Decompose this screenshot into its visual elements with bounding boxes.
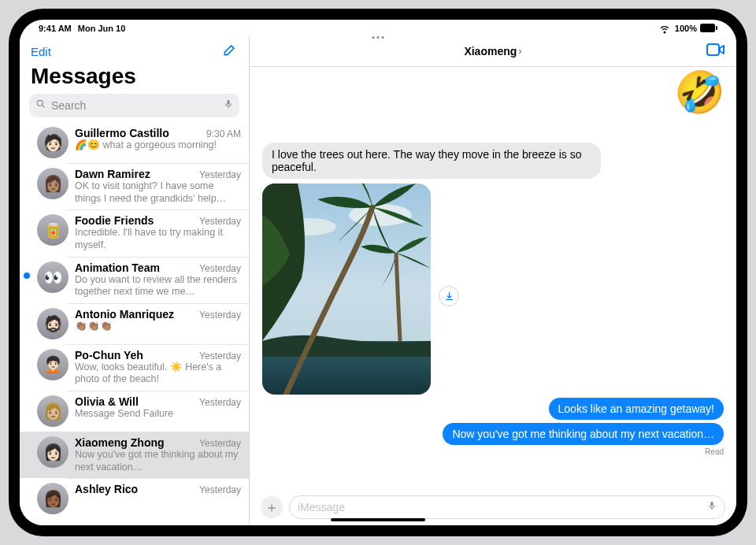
conversation-time: Yesterday	[199, 397, 241, 408]
detail-header: Xiaomeng ›	[250, 35, 736, 67]
svg-rect-5	[707, 44, 719, 55]
incoming-message[interactable]: I love the trees out here. The way they …	[262, 143, 601, 179]
battery-icon	[700, 24, 717, 34]
conversation-row[interactable]: 🥫Foodie FriendsYesterdayIncredible. I'll…	[20, 209, 249, 256]
home-indicator[interactable]	[331, 518, 425, 521]
conversation-list: 🧑🏻Guillermo Castillo9:30 AM🌈😊 what a gor…	[20, 122, 249, 525]
svg-point-2	[37, 100, 43, 106]
chevron-right-icon: ›	[518, 45, 521, 57]
composer: ＋ iMessage	[250, 492, 736, 525]
avatar: 🥫	[37, 214, 69, 246]
conversation-row[interactable]: 🧑🏻‍🦱Po-Chun YehYesterdayWow, looks beaut…	[20, 344, 249, 391]
read-receipt: Read	[705, 447, 724, 456]
avatar: 👩🏻	[37, 436, 69, 468]
conversation-preview: Message Send Failure	[75, 408, 241, 421]
unread-dot	[24, 272, 30, 279]
search-input[interactable]: Search	[29, 94, 239, 117]
conversation-row[interactable]: 👩🏼Olivia & WillYesterdayMessage Send Fai…	[20, 391, 249, 432]
tapback-emoji[interactable]: 🤣	[674, 72, 725, 113]
ipad-frame: 9:41 AM Mon Jun 10 100% Edit	[9, 9, 747, 536]
message-placeholder: iMessage	[298, 501, 345, 513]
status-date: Mon Jun 10	[78, 24, 126, 33]
contact-name: Xiaomeng	[464, 45, 517, 57]
conversation-preview: Do you want to review all the renders to…	[75, 274, 241, 298]
compose-button[interactable]	[222, 42, 238, 61]
conversation-row[interactable]: 👩🏻Xiaomeng ZhongYesterdayNow you've got …	[20, 432, 249, 478]
incoming-photo[interactable]	[262, 184, 431, 395]
svg-rect-0	[700, 24, 715, 32]
conversation-preview: Wow, looks beautiful. ☀️ Here's a photo …	[75, 361, 241, 386]
message-input[interactable]: iMessage	[289, 495, 725, 519]
conversation-time: Yesterday	[199, 350, 241, 361]
dictation-icon[interactable]	[224, 98, 233, 113]
conversation-time: Yesterday	[199, 216, 241, 227]
conversation-preview: Incredible. I'll have to try making it m…	[75, 227, 241, 251]
message-thread[interactable]: 🤣 I love the trees out here. The way the…	[250, 67, 736, 492]
search-icon	[35, 98, 46, 113]
conversation-row[interactable]: 👩🏾Ashley RicoYesterday	[20, 478, 249, 519]
status-bar: 9:41 AM Mon Jun 10 100%	[20, 20, 736, 35]
battery-percent: 100%	[675, 24, 697, 33]
avatar: 👩🏾	[37, 483, 69, 514]
conversation-preview: OK to visit tonight? I have some things …	[75, 180, 241, 205]
contact-name-button[interactable]: Xiaomeng ›	[464, 45, 521, 57]
conversation-row[interactable]: 🧑🏻Guillermo Castillo9:30 AM🌈😊 what a gor…	[20, 122, 249, 163]
conversation-detail: Xiaomeng › 🤣 I love the trees out here. …	[250, 35, 736, 525]
conversation-name: Antonio Manriquez	[75, 308, 174, 321]
conversation-time: Yesterday	[199, 263, 241, 274]
conversation-name: Olivia & Will	[75, 395, 139, 408]
avatar: 🧑🏻‍🦱	[37, 349, 69, 380]
svg-rect-1	[716, 26, 717, 30]
conversation-name: Ashley Rico	[75, 483, 138, 495]
outgoing-message[interactable]: Now you've got me thinking about my next…	[443, 423, 724, 445]
conversation-row[interactable]: 🧔🏻Antonio ManriquezYesterday👏🏽👏🏽👏🏽	[20, 303, 249, 344]
avatar: 🧔🏻	[37, 308, 69, 339]
sidebar-title: Messages	[20, 62, 249, 94]
messages-app: Edit Messages Search 🧑🏻Guillermo Castill	[20, 35, 736, 525]
status-time: 9:41 AM	[39, 24, 72, 33]
conversation-name: Po-Chun Yeh	[75, 349, 143, 361]
dictation-icon[interactable]	[707, 499, 717, 515]
conversation-preview: 🌈😊 what a gorgeous morning!	[75, 139, 241, 152]
save-image-button[interactable]	[439, 286, 459, 306]
conversation-time: 9:30 AM	[206, 128, 241, 139]
avatar: 👩🏼	[37, 395, 69, 427]
apps-button[interactable]: ＋	[261, 496, 283, 518]
conversation-name: Xiaomeng Zhong	[75, 436, 165, 449]
conversation-sidebar: Edit Messages Search 🧑🏻Guillermo Castill	[20, 35, 250, 525]
avatar: 👀	[37, 261, 69, 293]
wifi-icon	[658, 20, 672, 36]
conversation-name: Dawn Ramirez	[75, 168, 150, 180]
avatar: 🧑🏻	[37, 127, 69, 158]
conversation-preview: 👏🏽👏🏽👏🏽	[75, 321, 241, 333]
conversation-time: Yesterday	[199, 310, 241, 321]
conversation-name: Guillermo Castillo	[75, 127, 169, 139]
facetime-button[interactable]	[706, 43, 725, 60]
outgoing-message[interactable]: Looks like an amazing getaway!	[549, 398, 724, 420]
conversation-time: Yesterday	[199, 484, 241, 495]
conversation-name: Foodie Friends	[75, 214, 154, 227]
search-placeholder: Search	[51, 99, 219, 112]
conversation-time: Yesterday	[199, 438, 241, 449]
conversation-name: Animation Team	[75, 261, 160, 274]
screen: 9:41 AM Mon Jun 10 100% Edit	[20, 20, 736, 525]
svg-rect-4	[228, 100, 230, 105]
conversation-time: Yesterday	[199, 169, 241, 180]
conversation-row[interactable]: 👀Animation TeamYesterdayDo you want to r…	[20, 257, 249, 303]
svg-rect-10	[711, 502, 713, 506]
conversation-preview: Now you've got me thinking about my next…	[75, 449, 241, 473]
avatar: 👩🏽	[37, 168, 69, 199]
svg-line-3	[43, 106, 45, 108]
conversation-row[interactable]: 👩🏽Dawn RamirezYesterdayOK to visit tonig…	[20, 163, 249, 209]
edit-button[interactable]: Edit	[31, 45, 51, 58]
